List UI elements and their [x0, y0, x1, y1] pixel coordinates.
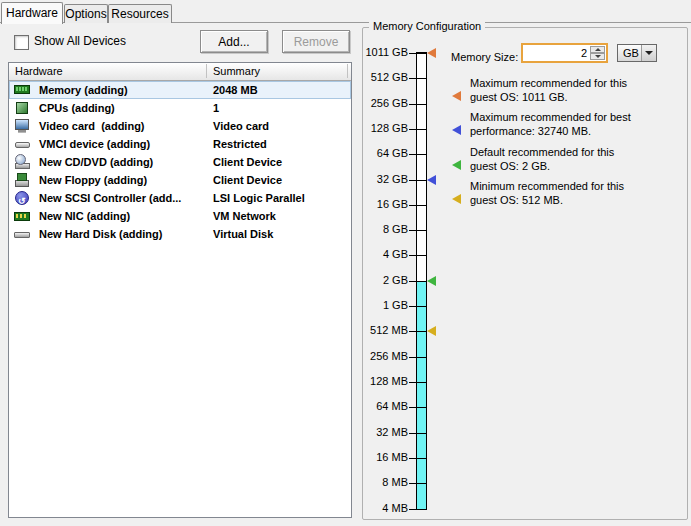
tick-mark [409, 281, 427, 282]
device-name: New Hard Disk (adding) [39, 225, 162, 243]
tick-mark [409, 509, 427, 510]
scale-label: 512 MB [348, 324, 408, 337]
scale-label: 64 MB [348, 400, 408, 413]
tick-mark [409, 78, 427, 79]
cpu-icon [14, 100, 30, 116]
blue-marker-icon [427, 175, 436, 185]
video-card-icon [14, 118, 30, 134]
device-name: VMCI device (adding) [39, 135, 150, 153]
recommendation-item: Minimum recommended for thisguest OS: 51… [452, 179, 682, 207]
recommendation-item: Default recommended for thisguest OS: 2 … [452, 145, 682, 173]
tick-mark [409, 53, 427, 54]
table-row[interactable]: New Hard Disk (adding)Virtual Disk [9, 225, 351, 243]
recommendation-text: Maximum recommended for thisguest OS: 10… [470, 76, 682, 104]
green-marker-icon [427, 276, 436, 286]
tick-mark [409, 129, 427, 130]
column-header-hardware[interactable]: Hardware [15, 63, 63, 80]
recommendation-item: Maximum recommended for bestperformance:… [452, 110, 682, 138]
tick-mark [409, 306, 427, 307]
device-summary: Restricted [213, 135, 267, 153]
scale-label: 256 MB [348, 350, 408, 363]
device-summary: 1 [213, 99, 219, 117]
scale-label: 32 GB [348, 173, 408, 186]
table-row[interactable]: New SCSI Controller (add...LSI Logic Par… [9, 189, 351, 207]
spinner-buttons [590, 46, 605, 60]
device-summary: LSI Logic Parallel [213, 189, 305, 207]
show-all-devices-checkbox[interactable] [14, 35, 29, 50]
table-row[interactable]: Video card (adding)Video card [9, 117, 351, 135]
memory-unit-dropdown[interactable]: GB [617, 44, 657, 62]
scale-label: 1011 GB [348, 46, 408, 59]
scale-label: 16 GB [348, 198, 408, 211]
scale-label: 256 GB [348, 97, 408, 110]
tick-mark [409, 205, 427, 206]
blue-legend-marker-icon [452, 125, 461, 135]
vm-settings-dialog: Hardware Options Resources Show All Devi… [0, 0, 691, 526]
column-header-summary[interactable]: Summary [213, 63, 260, 80]
scale-label: 8 GB [348, 223, 408, 236]
memory-slider-fill [417, 281, 426, 509]
tick-mark [409, 104, 427, 105]
scale-label: 4 GB [348, 248, 408, 261]
yellow-marker-icon [427, 326, 436, 336]
recommendation-text: Minimum recommended for thisguest OS: 51… [470, 179, 682, 207]
device-name: New SCSI Controller (add... [39, 189, 181, 207]
hard-disk-icon [14, 226, 30, 242]
tick-mark [409, 458, 427, 459]
scale-label: 512 GB [348, 71, 408, 84]
tick-mark [409, 230, 427, 231]
dropdown-arrow-icon[interactable] [641, 45, 656, 61]
device-name: New Floppy (adding) [39, 171, 147, 189]
tick-mark [409, 382, 427, 383]
tab-hardware[interactable]: Hardware [1, 2, 63, 24]
tick-mark [409, 255, 427, 256]
scale-label: 16 MB [348, 451, 408, 464]
memory-size-label: Memory Size: [451, 51, 518, 63]
device-summary: VM Network [213, 207, 276, 225]
table-row[interactable]: Memory (adding)2048 MB [9, 81, 351, 99]
vmci-icon [14, 136, 30, 152]
spinner-up-button[interactable] [590, 46, 605, 53]
green-legend-marker-icon [452, 160, 461, 170]
scale-label: 128 MB [348, 375, 408, 388]
tick-mark [409, 357, 427, 358]
tick-mark [409, 180, 427, 181]
tick-mark [409, 483, 427, 484]
scale-label: 2 GB [348, 274, 408, 287]
device-table-header[interactable]: Hardware Summary [9, 63, 351, 81]
spinner-down-button[interactable] [590, 53, 605, 60]
table-row[interactable]: VMCI device (adding)Restricted [9, 135, 351, 153]
memory-size-spinner[interactable]: 2 [521, 43, 608, 63]
scale-label: 64 GB [348, 147, 408, 160]
tab-options[interactable]: Options [64, 4, 108, 23]
device-table: Hardware Summary Memory (adding)2048 MBC… [8, 62, 352, 518]
tab-resources[interactable]: Resources [108, 4, 172, 23]
scale-label: 4 MB [348, 502, 408, 515]
device-summary: Video card [213, 117, 269, 135]
table-row[interactable]: New NIC (adding)VM Network [9, 207, 351, 225]
floppy-icon [14, 172, 30, 188]
memory-size-value[interactable]: 2 [525, 46, 587, 60]
device-summary: Client Device [213, 153, 282, 171]
scale-label: 8 MB [348, 476, 408, 489]
device-summary: Virtual Disk [213, 225, 273, 243]
recommendation-text: Maximum recommended for bestperformance:… [470, 110, 682, 138]
device-table-body: Memory (adding)2048 MBCPUs (adding)1Vide… [9, 81, 351, 243]
table-row[interactable]: New CD/DVD (adding)Client Device [9, 153, 351, 171]
column-divider[interactable] [206, 64, 207, 78]
device-name: Memory (adding) [39, 81, 128, 99]
memory-config-groupbox: Memory Configuration Memory Size: 2 GB 1… [362, 27, 688, 520]
yellow-legend-marker-icon [452, 194, 461, 204]
tick-mark [409, 407, 427, 408]
recommendation-text: Default recommended for thisguest OS: 2 … [470, 145, 682, 173]
scale-label: 1 GB [348, 299, 408, 312]
table-row[interactable]: CPUs (adding)1 [9, 99, 351, 117]
memory-unit-value: GB [623, 46, 639, 60]
add-button[interactable]: Add... [200, 30, 268, 53]
remove-button: Remove [282, 30, 350, 53]
orange-legend-marker-icon [452, 91, 461, 101]
device-name: New NIC (adding) [39, 207, 130, 225]
cd-dvd-icon [14, 154, 30, 170]
device-summary: Client Device [213, 171, 282, 189]
table-row[interactable]: New Floppy (adding)Client Device [9, 171, 351, 189]
